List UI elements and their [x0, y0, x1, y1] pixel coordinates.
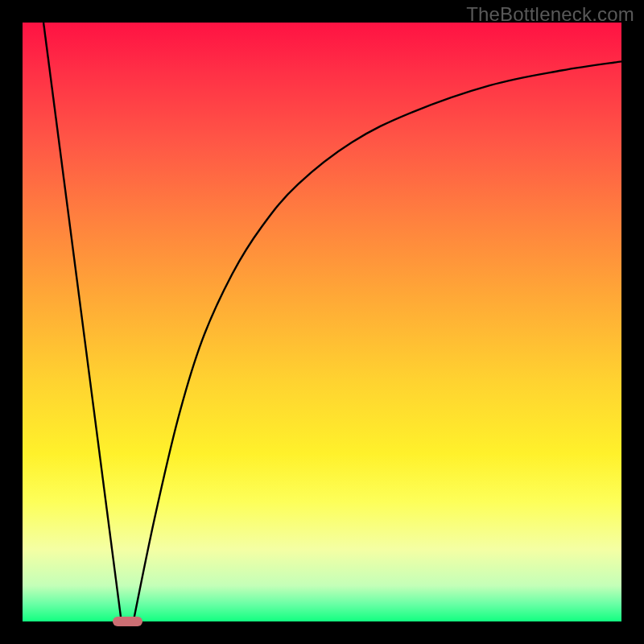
curve-layer: [23, 23, 621, 621]
left-line-path: [43, 23, 122, 621]
right-curve-path: [134, 61, 621, 621]
chart-frame: TheBottleneck.com: [0, 0, 644, 644]
plot-area: [23, 23, 621, 621]
optimal-point-marker: [113, 617, 142, 627]
watermark-text: TheBottleneck.com: [466, 3, 634, 26]
